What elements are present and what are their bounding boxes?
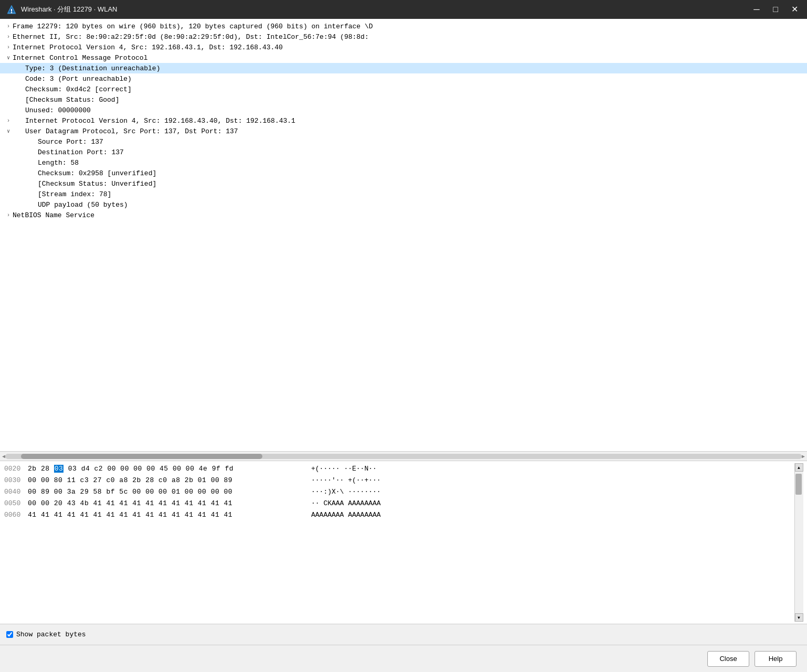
tree-label: Ethernet II, Src: 8e:90:a2:29:5f:0d (8e:… (13, 33, 369, 41)
tree-row[interactable]: [Checksum Status: Good] (0, 94, 807, 105)
tree-row[interactable]: [Stream index: 78] (0, 189, 807, 199)
hex-offset: 0020 (4, 463, 28, 475)
vscroll-thumb[interactable] (795, 474, 802, 495)
hex-ascii: ···:)X·\ ········ (311, 486, 381, 498)
tree-arrow-icon: ∨ (4, 128, 13, 134)
tree-label: [Checksum Status: Good] (25, 96, 119, 104)
tree-row[interactable]: [Checksum Status: Unverified] (0, 178, 807, 189)
hex-bytes: 00 00 20 43 4b 41 41 41 41 41 41 41 41 4… (28, 498, 301, 509)
hex-row: 006041 41 41 41 41 41 41 41 41 41 41 41 … (4, 509, 794, 521)
hex-offset: 0040 (4, 486, 28, 498)
tree-label: [Checksum Status: Unverified] (38, 180, 156, 188)
hex-row: 00202b 28 03 03 d4 c2 00 00 00 00 45 00 … (4, 463, 794, 475)
tree-label: UDP payload (50 bytes) (38, 201, 128, 209)
app-icon (6, 4, 17, 15)
highlighted-byte: 03 (54, 465, 64, 473)
hex-ascii: +(····· ··E··N·· (311, 463, 377, 475)
vscroll-track[interactable] (795, 472, 803, 613)
tree-arrow-icon: ∨ (4, 55, 13, 61)
close-button[interactable]: Close (707, 651, 749, 667)
show-packet-bytes-label[interactable]: Show packet bytes (6, 631, 86, 638)
window-title: Wireshark · 分组 12279 · WLAN (21, 5, 750, 14)
svg-point-3 (11, 12, 12, 13)
tree-arrow-icon: › (4, 24, 13, 29)
help-button[interactable]: Help (755, 651, 797, 667)
hex-row: 004000 89 00 3a 29 58 bf 5c 00 00 00 01 … (4, 486, 794, 498)
hex-vertical-scrollbar[interactable]: ▲ ▼ (794, 463, 803, 622)
maximize-button[interactable]: □ (769, 5, 782, 14)
tree-label: Internet Protocol Version 4, Src: 192.16… (13, 44, 283, 51)
title-bar: Wireshark · 分组 12279 · WLAN ─ □ ✕ (0, 0, 807, 19)
show-packet-bytes-text: Show packet bytes (16, 631, 86, 638)
tree-row[interactable]: ›Internet Protocol Version 4, Src: 192.1… (0, 115, 807, 126)
tree-row[interactable]: Destination Port: 137 (0, 147, 807, 157)
tree-arrow-icon: › (4, 118, 13, 124)
hex-bytes: 2b 28 03 03 d4 c2 00 00 00 00 45 00 00 4… (28, 463, 301, 475)
minimize-button[interactable]: ─ (750, 5, 763, 14)
hex-ascii: ·· CKAAA AAAAAAAA (311, 498, 381, 509)
close-button[interactable]: ✕ (788, 5, 801, 14)
hex-bytes: 00 89 00 3a 29 58 bf 5c 00 00 00 01 00 0… (28, 486, 301, 498)
hex-ascii: AAAAAAAA AAAAAAAA (311, 509, 381, 521)
tree-label: Length: 58 (38, 159, 79, 167)
horizontal-scrollbar[interactable]: ◀ ▶ (0, 452, 807, 461)
tree-row[interactable]: Source Port: 137 (0, 136, 807, 147)
vscroll-down-btn[interactable]: ▼ (795, 613, 803, 622)
hex-bytes: 00 00 80 11 c3 27 c0 a8 2b 28 c0 a8 2b 0… (28, 475, 301, 486)
hex-row: 003000 00 80 11 c3 27 c0 a8 2b 28 c0 a8 … (4, 475, 794, 486)
bottom-bar: Show packet bytes (0, 624, 807, 645)
tree-row[interactable]: ›Internet Protocol Version 4, Src: 192.1… (0, 42, 807, 52)
tree-label: Internet Protocol Version 4, Src: 192.16… (25, 117, 295, 125)
tree-label: Unused: 00000000 (25, 106, 91, 114)
tree-row[interactable]: Type: 3 (Destination unreachable) (0, 63, 807, 73)
window-controls: ─ □ ✕ (750, 5, 801, 14)
tree-label: [Stream index: 78] (38, 190, 111, 198)
tree-arrow-icon: › (4, 34, 13, 40)
tree-row[interactable]: ›NetBIOS Name Service (0, 210, 807, 220)
tree-label: Checksum: 0xd4c2 [correct] (25, 86, 132, 93)
tree-row[interactable]: Code: 3 (Port unreachable) (0, 73, 807, 84)
tree-row[interactable]: ›Frame 12279: 120 bytes on wire (960 bit… (0, 21, 807, 31)
tree-row[interactable]: ∨User Datagram Protocol, Src Port: 137, … (0, 126, 807, 136)
hex-row: 005000 00 20 43 4b 41 41 41 41 41 41 41 … (4, 498, 794, 509)
tree-row[interactable]: Length: 58 (0, 157, 807, 168)
tree-arrow-icon: › (4, 212, 13, 218)
tree-label: Type: 3 (Destination unreachable) (25, 65, 160, 72)
tree-label: Internet Control Message Protocol (13, 54, 147, 62)
hscroll-right-btn[interactable]: ▶ (802, 453, 805, 460)
hex-bytes: 41 41 41 41 41 41 41 41 41 41 41 41 41 4… (28, 509, 301, 521)
svg-rect-2 (11, 9, 12, 12)
tree-row[interactable]: UDP payload (50 bytes) (0, 199, 807, 210)
main-content: ›Frame 12279: 120 bytes on wire (960 bit… (0, 19, 807, 672)
tree-arrow-icon: › (4, 45, 13, 50)
show-packet-bytes-checkbox[interactable] (6, 631, 13, 638)
tree-row[interactable]: ∨Internet Control Message Protocol (0, 52, 807, 63)
hex-offset: 0050 (4, 498, 28, 509)
hex-offset: 0060 (4, 509, 28, 521)
hscroll-thumb[interactable] (21, 454, 262, 459)
tree-label: Destination Port: 137 (38, 148, 124, 156)
hscroll-track[interactable] (5, 454, 802, 459)
hex-ascii: ·····'·· +(··+··· (311, 475, 381, 486)
tree-label: NetBIOS Name Service (13, 211, 94, 219)
hex-lines: 00202b 28 03 03 d4 c2 00 00 00 00 45 00 … (4, 463, 794, 622)
tree-label: User Datagram Protocol, Src Port: 137, D… (25, 127, 238, 135)
hex-dump-area: 00202b 28 03 03 d4 c2 00 00 00 00 45 00 … (0, 461, 807, 624)
tree-row[interactable]: Unused: 00000000 (0, 105, 807, 115)
tree-row[interactable]: Checksum: 0x2958 [unverified] (0, 168, 807, 178)
vscroll-up-btn[interactable]: ▲ (795, 463, 803, 472)
tree-label: Checksum: 0x2958 [unverified] (38, 169, 156, 177)
packet-tree[interactable]: ›Frame 12279: 120 bytes on wire (960 bit… (0, 19, 807, 452)
tree-row[interactable]: ›Ethernet II, Src: 8e:90:a2:29:5f:0d (8e… (0, 31, 807, 42)
tree-row[interactable]: Checksum: 0xd4c2 [correct] (0, 84, 807, 94)
hex-offset: 0030 (4, 475, 28, 486)
tree-label: Source Port: 137 (38, 138, 103, 146)
hex-content: 00202b 28 03 03 d4 c2 00 00 00 00 45 00 … (0, 461, 807, 624)
tree-label: Frame 12279: 120 bytes on wire (960 bits… (13, 23, 373, 30)
tree-label: Code: 3 (Port unreachable) (25, 75, 132, 83)
footer: Close Help (0, 645, 807, 672)
